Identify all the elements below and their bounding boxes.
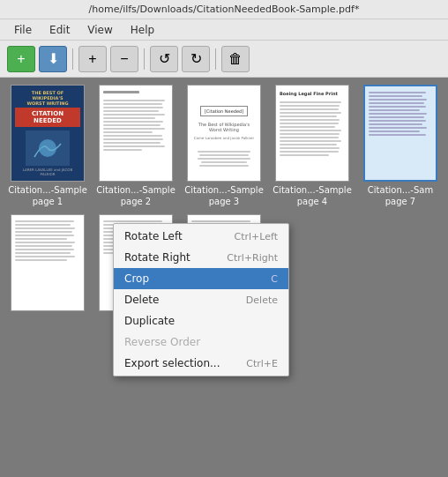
page-thumb-2[interactable]: Citation...-Samplepage 2 [95,85,176,207]
ctx-delete[interactable]: Delete Delete [114,289,288,310]
page-preview-3: [Citation Needed] The Best of Wikipedia'… [187,85,261,182]
toolbar-separator-1 [72,48,73,70]
ctx-rotate-left-label: Rotate Left [124,230,183,242]
toolbar-separator-3 [215,48,216,70]
minus-icon: − [120,51,128,67]
ctx-crop[interactable]: Crop C [114,268,288,289]
import-button[interactable]: ⬇ [39,46,67,72]
ctx-crop-label: Crop [124,272,149,285]
ctx-export-selection-shortcut: Ctrl+E [246,358,278,369]
ctx-rotate-right-label: Rotate Right [124,251,190,264]
main-content: THE BEST OFWIKIPEDIA'SWORST WRITING CITA… [0,78,448,477]
ctx-rotate-right-shortcut: Ctrl+Right [227,252,278,264]
page-preview-8 [11,214,85,311]
ctx-crop-shortcut: C [271,273,278,285]
ctx-duplicate-label: Duplicate [124,315,175,327]
insert-button[interactable]: + [78,46,107,72]
menu-view[interactable]: View [80,22,119,38]
title-bar: /home/ilfs/Downloads/CitationNeededBook-… [0,0,448,19]
page-thumb-7[interactable]: Citation...-Sampage 7 [360,85,441,207]
menu-edit[interactable]: Edit [42,22,77,38]
ctx-delete-shortcut: Delete [246,294,278,306]
remove-button[interactable]: − [110,46,138,72]
ctx-export-selection[interactable]: Export selection... Ctrl+E [114,353,288,374]
page-label-2: Citation...-Samplepage 2 [96,184,175,207]
add-page-button[interactable]: + [7,46,35,72]
ctx-rotate-left-shortcut: Ctrl+Left [235,231,278,242]
page-preview-2 [99,85,173,182]
ctx-rotate-left[interactable]: Rotate Left Ctrl+Left [114,226,288,247]
rotate-left-icon: ↺ [159,50,170,67]
ctx-delete-label: Delete [124,294,159,306]
import-icon: ⬇ [48,50,59,67]
delete-button[interactable]: 🗑 [221,46,250,72]
insert-icon: + [88,51,96,67]
menu-file[interactable]: File [7,22,39,38]
context-menu: Rotate Left Ctrl+Left Rotate Right Ctrl+… [113,223,289,376]
toolbar: + ⬇ + − ↺ ↻ 🗑 [0,41,448,78]
add-icon: + [17,51,25,67]
page-thumb-1[interactable]: THE BEST OFWIKIPEDIA'SWORST WRITING CITA… [7,85,88,207]
ctx-duplicate[interactable]: Duplicate [114,310,288,332]
ctx-reverse-order: Reverse Order [114,332,288,353]
page-thumb-8[interactable] [7,214,88,337]
toolbar-separator-2 [144,48,145,70]
page-thumb-4[interactable]: Boeing Legal Fine Print [272,85,353,207]
menu-help[interactable]: Help [123,22,161,38]
page-label-3: Citation...-Samplepage 3 [184,184,264,207]
rotate-right-icon: ↻ [190,50,202,67]
ctx-reverse-order-label: Reverse Order [124,336,200,348]
page-label-1: Citation...-Samplepage 1 [8,184,87,207]
rotate-left-button[interactable]: ↺ [150,46,178,72]
page-thumb-3[interactable]: [Citation Needed] The Best of Wikipedia'… [183,85,265,207]
menu-bar: File Edit View Help [0,19,448,41]
trash-icon: 🗑 [228,51,243,67]
page-label-4: Citation...-Samplepage 4 [273,184,352,207]
rotate-right-button[interactable]: ↻ [182,46,210,72]
page-preview-1: THE BEST OFWIKIPEDIA'SWORST WRITING CITA… [11,85,85,182]
ctx-export-selection-label: Export selection... [124,357,220,369]
page-preview-4: Boeing Legal Fine Print [275,85,349,182]
title-text: /home/ilfs/Downloads/CitationNeededBook-… [89,4,360,15]
ctx-rotate-right[interactable]: Rotate Right Ctrl+Right [114,247,288,268]
page-preview-7 [363,85,437,182]
page-label-7: Citation...-Sampage 7 [368,184,433,207]
